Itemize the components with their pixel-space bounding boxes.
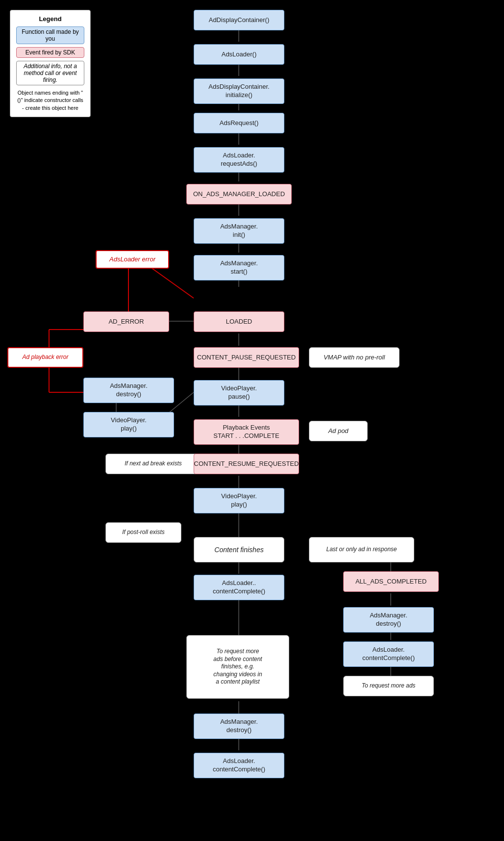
svg-line-14 <box>147 265 194 298</box>
legend-title: Legend <box>16 15 84 23</box>
node-all-ads-completed: ALL_ADS_COMPLETED <box>343 571 439 592</box>
node-playback-events: Playback Events START . . .COMPLETE <box>194 419 299 445</box>
legend-pink-box: Event fired by SDK <box>16 47 84 58</box>
node-ads-request: AdsRequest() <box>194 113 284 133</box>
node-ads-display-container-init: AdsDisplayContainer. initialize() <box>194 78 284 104</box>
node-video-player-pause: VideoPlayer. pause() <box>194 380 284 406</box>
legend-item-blue: Function call made by you <box>16 26 84 44</box>
legend-blue-box: Function call made by you <box>16 26 84 44</box>
node-to-request-more-ads: To request more ads <box>343 676 434 696</box>
node-if-next-ad-break: If next ad break exists <box>105 454 201 474</box>
node-ad-display-container: AdDisplayContainer() <box>194 10 284 30</box>
node-ad-playback-error: Ad playback error <box>7 347 83 368</box>
node-ads-manager-destroy-3: AdsManager. destroy() <box>194 714 284 739</box>
node-ads-loader-error: AdsLoader error <box>96 250 169 269</box>
node-on-ads-manager-loaded: ON_ADS_MANAGER_LOADED <box>186 184 292 204</box>
node-ads-manager-destroy-2: AdsManager. destroy() <box>343 607 434 633</box>
node-ad-pod: Ad pod <box>309 421 368 441</box>
legend-note: Object names ending with "()" indicate c… <box>16 89 84 112</box>
node-content-resume-requested: CONTENT_RESUME_REQUESTED <box>194 454 299 474</box>
node-ads-loader-content-complete-2: AdsLoader. contentComplete() <box>343 641 434 667</box>
node-vmap-no-pre-roll: VMAP with no pre-roll <box>309 347 400 368</box>
legend: Legend Function call made by you Event f… <box>10 10 91 117</box>
node-loaded: LOADED <box>194 311 284 332</box>
node-last-or-only-ad: Last or only ad in response <box>309 537 414 562</box>
diagram-container: Legend Function call made by you Event f… <box>0 0 504 841</box>
node-ads-loader-content-complete-1: AdsLoader.. contentComplete() <box>194 575 284 600</box>
node-ads-loader-request-ads: AdsLoader. requestAds() <box>194 147 284 173</box>
legend-item-italic: Additional info, not a method call or ev… <box>16 61 84 85</box>
node-if-post-roll: If post-roll exists <box>105 522 181 543</box>
node-ads-manager-destroy-1: AdsManager. destroy() <box>83 378 174 403</box>
node-video-player-play-1: VideoPlayer. play() <box>83 412 174 437</box>
node-ad-error: AD_ERROR <box>83 311 169 332</box>
node-to-request-more-ads-before: To request more ads before content finis… <box>186 635 289 699</box>
node-content-pause-requested: CONTENT_PAUSE_REQUESTED <box>194 347 299 368</box>
node-ads-loader-content-complete-3: AdsLoader. contentComplete() <box>194 753 284 778</box>
node-ads-manager-start: AdsManager. start() <box>194 255 284 280</box>
node-video-player-play-2: VideoPlayer. play() <box>194 488 284 513</box>
legend-item-pink: Event fired by SDK <box>16 47 84 58</box>
legend-italic-box: Additional info, not a method call or ev… <box>16 61 84 85</box>
node-ads-manager-init: AdsManager. init() <box>194 218 284 244</box>
node-content-finishes: Content finishes <box>194 537 284 562</box>
node-ads-loader: AdsLoader() <box>194 44 284 65</box>
